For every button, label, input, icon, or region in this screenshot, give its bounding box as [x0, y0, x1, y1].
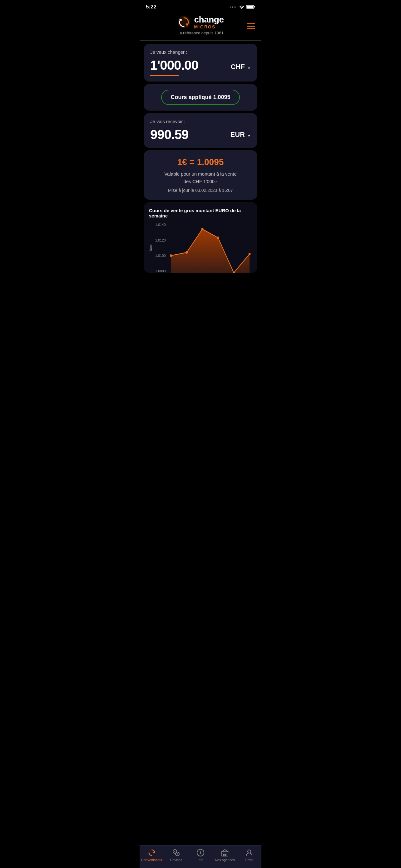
to-amount-card: Je vais recevoir : 990.59 EUR ⌄	[144, 113, 257, 148]
rate-desc-line2: dés CHF 1'000.-	[183, 179, 218, 184]
to-currency-selector[interactable]: EUR ⌄	[231, 131, 251, 139]
amount-underline	[150, 75, 179, 76]
to-label: Je vais recevoir :	[150, 119, 251, 124]
y-axis-label: Taux	[149, 244, 153, 251]
to-currency-text: EUR	[231, 131, 245, 139]
battery-icon	[246, 5, 255, 9]
chart-title: Cours de vente gros montant EURO de la s…	[149, 208, 252, 218]
chart-area	[168, 223, 252, 273]
status-icons: ••••	[230, 5, 255, 9]
status-time: 5:22	[146, 4, 157, 10]
from-currency-selector[interactable]: CHF ⌄	[231, 63, 251, 71]
svg-rect-2	[254, 6, 255, 7]
logo-text: change MIGROS	[194, 15, 224, 29]
wifi-icon	[239, 5, 244, 9]
logo-tagline: La référence depuis 1961	[177, 31, 223, 35]
chart-point	[217, 237, 219, 239]
y-label-top: 1.0140	[155, 223, 166, 226]
rate-info-card: 1€ = 1.0095 Valable pour un montant à la…	[144, 150, 257, 200]
chart-card: Cours de vente gros montant EURO de la s…	[144, 202, 257, 273]
rate-desc-line1: Valable pour un montant à la vente	[164, 171, 237, 177]
svg-rect-1	[247, 6, 254, 8]
y-label-3: 1.0100	[155, 254, 166, 257]
from-amount[interactable]: 1'000.00	[150, 58, 198, 73]
applied-rate-badge[interactable]: Cours appliqué 1.0095	[161, 90, 239, 105]
y-axis: 1.0140 1.0120 1.0100 1.0080	[155, 223, 166, 273]
main-content: Je veux changer : 1'000.00 CHF ⌄ Cours a…	[140, 44, 261, 300]
from-currency-text: CHF	[231, 63, 245, 71]
logo-migros-text: MIGROS	[194, 25, 224, 29]
chart-fill	[171, 229, 249, 273]
y-label-bottom: 1.0080	[155, 269, 166, 273]
logo-icon	[177, 15, 191, 29]
hamburger-menu-button[interactable]	[247, 23, 255, 29]
logo-area: change MIGROS La référence depuis 1961	[177, 15, 224, 35]
chart-point	[186, 251, 188, 254]
app-header: change MIGROS La référence depuis 1961	[140, 12, 261, 40]
from-currency-chevron: ⌄	[247, 64, 251, 70]
chart-point	[170, 254, 172, 257]
chart-svg	[168, 223, 252, 273]
rate-main-value: 1€ = 1.0095	[150, 157, 251, 167]
signal-dots-icon: ••••	[230, 5, 237, 9]
status-bar: 5:22 ••••	[140, 0, 261, 12]
rate-update-time: Mise à jour le 03.02.2023 à 15:07	[150, 188, 251, 193]
chart-point	[248, 253, 250, 255]
rate-description: Valable pour un montant à la vente dés C…	[150, 170, 251, 185]
to-currency-chevron: ⌄	[247, 132, 251, 138]
chart-point	[201, 228, 203, 230]
logo-change-text: change	[194, 15, 224, 25]
header-divider	[140, 40, 261, 41]
y-label-2: 1.0120	[155, 239, 166, 242]
from-amount-card: Je veux changer : 1'000.00 CHF ⌄	[144, 44, 257, 82]
rate-badge-card: Cours appliqué 1.0095	[144, 84, 257, 111]
from-label: Je veux changer :	[150, 50, 251, 55]
to-amount: 990.59	[150, 127, 188, 142]
